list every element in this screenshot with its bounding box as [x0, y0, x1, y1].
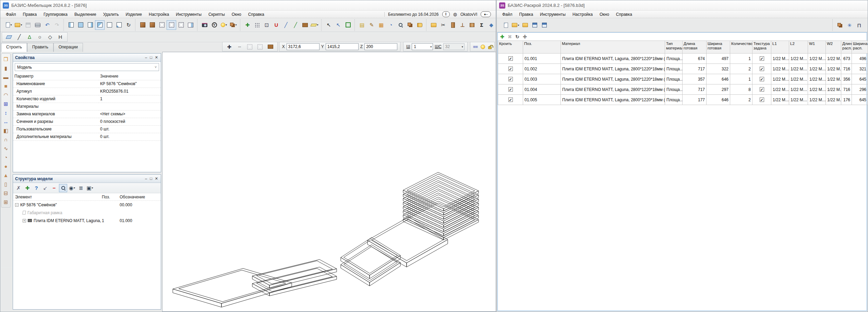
- drawer-button[interactable]: ⊟: [1, 188, 10, 197]
- axes-button[interactable]: ✚: [243, 20, 252, 30]
- dimension-button[interactable]: H: [56, 32, 65, 42]
- column-header-количество[interactable]: Количество: [730, 41, 752, 54]
- view-fit-button[interactable]: [114, 20, 124, 30]
- view-side-button[interactable]: [85, 20, 95, 30]
- minimize-panel-button[interactable]: –: [145, 176, 147, 181]
- bent-panels-button[interactable]: ∩: [1, 135, 10, 144]
- preview-button[interactable]: [59, 184, 67, 192]
- tab-строить[interactable]: Строить: [1, 43, 27, 52]
- move-row-button[interactable]: ✚: [522, 34, 528, 40]
- board-plane-button[interactable]: ◧: [1, 126, 10, 135]
- redo-button[interactable]: ↷: [52, 20, 62, 30]
- curved-board-button[interactable]: ∿: [1, 144, 10, 153]
- dashed-line-button[interactable]: ┄: [235, 42, 244, 51]
- cut-list-row[interactable]: ✓01.005Плита IDM ETERNO MATT, Laguna, 28…: [498, 95, 868, 105]
- property-row[interactable]: Дополнительные материалы0 шт.: [13, 133, 161, 140]
- polygon-button[interactable]: ◇: [45, 32, 55, 42]
- package-button[interactable]: [467, 20, 477, 30]
- cut-checkbox[interactable]: ✓: [508, 87, 513, 92]
- board-horizontal-button[interactable]: ▬: [1, 72, 10, 81]
- axes-small-button[interactable]: ✚: [225, 42, 234, 51]
- render-wire1-button[interactable]: [157, 20, 167, 30]
- magnet-button[interactable]: U: [272, 20, 281, 30]
- close-panel-button[interactable]: ✕: [155, 176, 158, 181]
- property-row[interactable]: Пользовательские0 шт.: [13, 125, 161, 133]
- menu-item-инструменты[interactable]: Инструменты: [172, 11, 205, 18]
- column-header-ширина-расп-[interactable]: Ширина расп.: [852, 41, 868, 54]
- journal-button[interactable]: [415, 20, 424, 30]
- sh-combo[interactable]: 1▾: [412, 43, 433, 50]
- view-front-button[interactable]: [66, 20, 76, 30]
- properties-scope-combo[interactable]: Модель˅: [15, 63, 159, 71]
- new-file-dropdown-caret[interactable]: ▾: [10, 23, 12, 26]
- minimize-panel-button[interactable]: –: [145, 55, 147, 60]
- sheet-materials-button[interactable]: [835, 20, 845, 30]
- undo-button[interactable]: ↶: [43, 20, 52, 30]
- snap-button[interactable]: ⊡: [262, 20, 272, 30]
- cone-button[interactable]: ▲: [1, 171, 10, 180]
- board-piece-button[interactable]: [266, 42, 275, 51]
- edge-point-button[interactable]: ╱: [281, 20, 291, 30]
- menu-item-скрипты[interactable]: Скрипты: [205, 11, 228, 18]
- texture-checkbox[interactable]: ✓: [760, 56, 764, 61]
- shs-combo[interactable]: 32▾: [443, 43, 465, 50]
- menu-item-настройка[interactable]: Настройка: [569, 11, 596, 18]
- sketch-plane-button[interactable]: [4, 32, 14, 42]
- texture-checkbox[interactable]: ✓: [760, 87, 764, 92]
- menu-item-справка[interactable]: Справка: [613, 11, 636, 18]
- preview-doc-button[interactable]: [396, 20, 405, 30]
- x-coordinate-input[interactable]: [287, 43, 320, 50]
- edit-doc-button[interactable]: ✎: [367, 20, 376, 30]
- materials-button[interactable]: [405, 20, 415, 30]
- tab-править[interactable]: Править: [27, 43, 53, 52]
- cut-checkbox[interactable]: ✓: [508, 67, 513, 71]
- property-row[interactable]: Замена материалов<Нет схемы>: [13, 110, 161, 118]
- menu-item-группировка[interactable]: Группировка: [40, 11, 71, 18]
- menu-item-правка[interactable]: Правка: [20, 11, 40, 18]
- window-layout-button[interactable]: [186, 20, 195, 30]
- tab-операции[interactable]: Операции: [53, 43, 83, 52]
- layers-icon[interactable]: ≡≡: [473, 44, 478, 49]
- structure-tree-row[interactable]: +Плита IDM ETERNO MATT, Laguna, …101.000: [13, 217, 161, 224]
- column-header-текстура-задана[interactable]: Текстура задана: [752, 41, 771, 54]
- block-pair-dropdown-caret[interactable]: ▾: [235, 23, 237, 26]
- render-wire2-button[interactable]: [167, 20, 176, 30]
- menu-item-удалить[interactable]: Удалить: [100, 11, 122, 18]
- color-shapes-button[interactable]: ◆: [486, 20, 496, 30]
- column-header-материал[interactable]: Материал: [561, 41, 665, 54]
- unlock-icon[interactable]: [488, 46, 492, 49]
- ghost-cube1-button[interactable]: [245, 42, 255, 51]
- menu-item-файл[interactable]: Файл: [499, 11, 516, 18]
- ghost-cube2-button[interactable]: [255, 42, 265, 51]
- folders-button[interactable]: [429, 20, 438, 30]
- property-row[interactable]: Сечения и разрезы0 плоскостей: [13, 118, 161, 125]
- cabinet-button[interactable]: [448, 20, 458, 30]
- panel-timer-button[interactable]: ◔: [1, 153, 10, 162]
- tree-view-button[interactable]: ≣: [77, 184, 85, 192]
- menu-item-файл[interactable]: Файл: [2, 11, 20, 18]
- save-cut-as-button[interactable]: [540, 20, 549, 30]
- angle-button[interactable]: ∆: [25, 32, 34, 42]
- refresh-button[interactable]: ↻: [514, 34, 520, 40]
- new-cut-button[interactable]: [501, 20, 511, 30]
- ruler-dropdown-caret[interactable]: ▾: [317, 23, 318, 26]
- properties-window-controls[interactable]: –□✕: [145, 55, 159, 60]
- add-element-button[interactable]: ✚: [23, 184, 32, 192]
- view-rotate-button[interactable]: ↻: [124, 20, 133, 30]
- column-header-w1[interactable]: W1: [808, 41, 826, 54]
- left-titlebar[interactable]: ЗS БАЗИС-Мебельщик 2024.8.2 - [5876]: [0, 0, 496, 11]
- select-board-button[interactable]: ↖: [324, 20, 334, 30]
- menu-item-окно[interactable]: Окно: [596, 11, 613, 18]
- drill-button[interactable]: ⊥: [458, 20, 467, 30]
- render-solid-button[interactable]: [147, 20, 157, 30]
- open-file-button[interactable]: ▾: [14, 20, 23, 30]
- structure-tree-row[interactable]: −КР 5876 "Семёнов"00.000: [13, 201, 161, 209]
- board-stack-button[interactable]: [300, 20, 310, 30]
- pause-license-button[interactable]: ‖: [442, 11, 450, 17]
- block-pair-button[interactable]: ▾: [229, 20, 238, 30]
- cut-button[interactable]: ✂: [438, 20, 448, 30]
- cut-list-row[interactable]: ✓01.004Плита IDM ETERNO MATT, Laguna, 28…: [498, 84, 868, 95]
- print-button[interactable]: [33, 20, 43, 30]
- column-header-поз-[interactable]: Поз.: [523, 41, 561, 54]
- view-plane-button[interactable]: [76, 20, 85, 30]
